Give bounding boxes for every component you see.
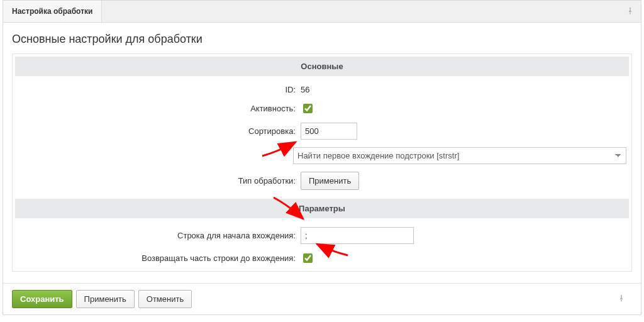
row-start-string: Строка для начала вхождения: [15, 223, 629, 248]
apply-button[interactable]: Применить [76, 290, 135, 308]
row-type-select: Найти первое вхождение подстроки [strstr… [15, 143, 629, 168]
row-sort: Сортировка: [15, 119, 629, 143]
row-active: Активность: [15, 98, 629, 119]
select-processing-type[interactable]: Найти первое вхождение подстроки [strstr… [293, 147, 626, 164]
row-id: ID: 56 [15, 81, 629, 98]
section-main-header: Основные [15, 57, 629, 76]
label-type: Тип обработки: [18, 176, 301, 186]
row-return-before: Возвращать часть строки до вхождения: [15, 248, 629, 269]
page-title: Основные настройки для обработки [12, 33, 632, 46]
label-id: ID: [18, 85, 301, 94]
checkbox-active[interactable] [303, 104, 313, 113]
row-type-apply: Тип обработки: Применить [15, 168, 629, 194]
save-button[interactable]: Сохранить [12, 290, 72, 308]
input-start-string[interactable] [301, 227, 414, 244]
panel: Основные настройки для обработки Основны… [3, 23, 641, 315]
label-start-string: Строка для начала вхождения: [18, 231, 301, 240]
label-active: Активность: [18, 104, 301, 113]
cancel-button[interactable]: Отменить [138, 290, 192, 308]
tab-processing-settings[interactable]: Настройка обработки [3, 1, 102, 22]
input-sort[interactable] [301, 123, 357, 140]
apply-type-button[interactable]: Применить [301, 172, 359, 190]
value-id: 56 [301, 85, 309, 94]
tabbar: Настройка обработки [3, 0, 641, 23]
pin-icon[interactable] [619, 3, 641, 21]
form-panel: Основные ID: 56 Активность: Сортировка: [12, 53, 632, 272]
checkbox-return-before[interactable] [303, 253, 313, 263]
section-params-header: Параметры [15, 199, 629, 218]
pin-icon[interactable] [611, 290, 632, 308]
label-sort: Сортировка: [18, 126, 301, 136]
footer-actions: Сохранить Применить Отменить [3, 283, 641, 314]
label-return-before: Возвращать часть строки до вхождения: [18, 253, 301, 263]
